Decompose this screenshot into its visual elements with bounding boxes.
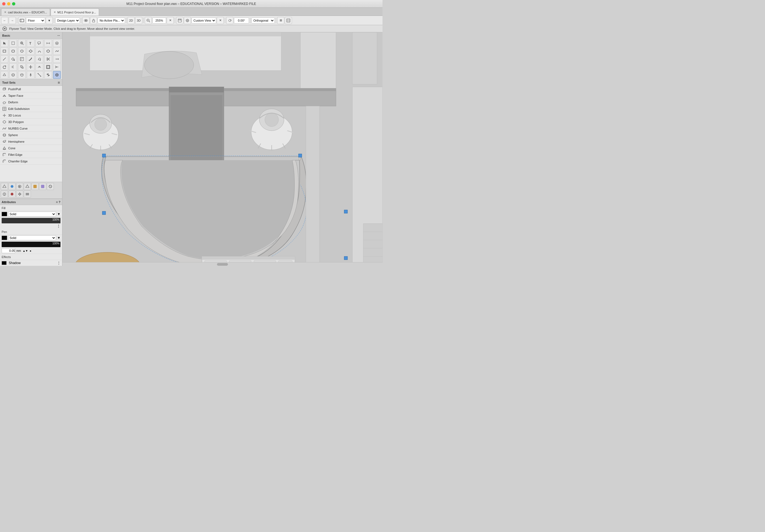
- fill-dropdown-icon[interactable]: ▼: [57, 212, 60, 216]
- view-center-tool[interactable]: [53, 71, 61, 79]
- tab-cad-blocks[interactable]: ✕ cad blocks.vwx – EDUCATI...: [1, 8, 50, 16]
- tool-3dpolygon[interactable]: 3D Polygon: [0, 119, 62, 125]
- eyedropper-tool[interactable]: [27, 55, 34, 63]
- align-tool[interactable]: [44, 71, 52, 79]
- maximize-button[interactable]: [12, 2, 15, 5]
- tool-chamferedge[interactable]: Chamfer Edge: [0, 158, 62, 164]
- shadow-color-swatch[interactable]: [2, 261, 7, 265]
- arc-tool[interactable]: [36, 47, 43, 55]
- dimensions-tool[interactable]: [44, 39, 52, 47]
- horizontal-scrollbar[interactable]: [62, 262, 382, 266]
- tab-close-icon-2[interactable]: ✕: [54, 11, 56, 14]
- render-renderworks[interactable]: [8, 190, 16, 198]
- zoom-out-button[interactable]: [145, 17, 152, 24]
- attributes-help[interactable]: ≡ ?: [56, 200, 60, 204]
- render-cloud[interactable]: [47, 183, 54, 190]
- diamond-tool[interactable]: [27, 47, 34, 55]
- render-extra[interactable]: [24, 190, 31, 198]
- scene-viewport[interactable]: [62, 32, 382, 266]
- zoom-tool[interactable]: [18, 39, 26, 47]
- pen-opacity-slider[interactable]: 100%: [2, 242, 60, 247]
- render-texture[interactable]: [39, 183, 46, 190]
- reshape-tool[interactable]: [36, 63, 43, 71]
- mirror-tool[interactable]: [9, 63, 17, 71]
- paint-bucket-tool[interactable]: [36, 55, 43, 63]
- pen-width-picker[interactable]: ●: [30, 249, 31, 252]
- text-tool[interactable]: T: [27, 39, 34, 47]
- close-button[interactable]: [2, 2, 5, 5]
- lock-button[interactable]: [90, 17, 97, 24]
- flyover-tool[interactable]: [53, 39, 61, 47]
- pen-width-input[interactable]: 0.05: [2, 248, 15, 253]
- design-layer-select[interactable]: Design Layer...: [55, 18, 80, 24]
- view-select-options[interactable]: ✕: [217, 17, 224, 24]
- tool-sphere[interactable]: Sphere: [0, 132, 62, 138]
- pen-dropdown-icon[interactable]: ▼: [57, 236, 60, 240]
- minimize-button[interactable]: [7, 2, 10, 5]
- more-options-button[interactable]: [285, 17, 292, 24]
- fill-color-swatch[interactable]: [2, 212, 7, 216]
- tool-nurbscurve[interactable]: NURBS Curve: [0, 125, 62, 132]
- angle-input[interactable]: 0.00°: [234, 18, 249, 24]
- fill-tool[interactable]: [9, 55, 17, 63]
- layer-options-button[interactable]: ▼: [46, 17, 53, 24]
- tab-m11-project[interactable]: ✕ M11 Project Ground floor p...: [51, 8, 99, 16]
- tab-close-icon[interactable]: ✕: [4, 11, 6, 14]
- render-opengl[interactable]: [16, 183, 23, 190]
- basic-section-collapse[interactable]: ···: [57, 34, 60, 37]
- projection-select[interactable]: Orthogonal: [252, 18, 275, 24]
- custom-view-select[interactable]: Custom View: [192, 18, 216, 24]
- render-wireframe[interactable]: [1, 183, 8, 190]
- toggle-3d-button[interactable]: 3D: [135, 17, 142, 24]
- pen-color-swatch[interactable]: [2, 236, 7, 240]
- forward-button[interactable]: →: [9, 17, 16, 24]
- 3d-select-tool[interactable]: [1, 71, 8, 79]
- visibility-button[interactable]: [82, 17, 90, 24]
- tool-editsubdivision[interactable]: Edit Subdivision: [0, 106, 62, 112]
- selection-handle-tl[interactable]: [102, 154, 106, 157]
- render-shaded[interactable]: [31, 183, 39, 190]
- pencil-tool[interactable]: [1, 55, 8, 63]
- tool-cone[interactable]: Cone: [0, 145, 62, 151]
- rectangle-tool[interactable]: [1, 47, 8, 55]
- zoom-clear-button[interactable]: ✕: [167, 17, 174, 24]
- callout-tool[interactable]: [36, 39, 43, 47]
- fill-options-icon[interactable]: ⋮: [57, 224, 60, 228]
- rectangular-select-tool[interactable]: [9, 39, 17, 47]
- tool-filletedge[interactable]: Fillet Edge: [0, 151, 62, 158]
- active-plan-select[interactable]: No Active Pla...: [98, 18, 125, 24]
- scissors-tool[interactable]: [44, 55, 52, 63]
- render-paintball[interactable]: [1, 190, 8, 198]
- arrow-tool[interactable]: [53, 55, 61, 63]
- selection-handle-br[interactable]: [344, 256, 348, 260]
- selection-handle-ml[interactable]: [102, 211, 106, 215]
- select-tool[interactable]: [1, 39, 8, 47]
- trim-tool[interactable]: [53, 63, 61, 71]
- hatch-tool[interactable]: [18, 55, 26, 63]
- measure-tool[interactable]: [36, 71, 43, 79]
- freehand-tool[interactable]: [53, 47, 61, 55]
- toggle-2d-button[interactable]: 2D: [128, 17, 135, 24]
- tool-sets-menu[interactable]: ≡: [58, 80, 60, 85]
- render-options-button[interactable]: [176, 17, 183, 24]
- extra-options-button[interactable]: ⊞: [277, 17, 284, 24]
- shadow-options[interactable]: ⋮: [57, 261, 60, 265]
- rotate-button[interactable]: [226, 17, 233, 24]
- scrollbar-thumb[interactable]: [217, 263, 228, 266]
- selection-handle-tr[interactable]: [299, 154, 302, 157]
- 3d-flyover-tool[interactable]: [9, 71, 17, 79]
- tool-taperface[interactable]: Taper Face: [0, 93, 62, 99]
- move-tool[interactable]: [27, 63, 34, 71]
- fill-style-select[interactable]: Solid: [8, 212, 56, 216]
- tool-3dlocus[interactable]: 3D Locus: [0, 112, 62, 119]
- tool-hemisphere[interactable]: Hemisphere: [0, 138, 62, 145]
- render-solid[interactable]: [8, 183, 16, 190]
- fill-opacity-slider[interactable]: 100%: [2, 218, 60, 223]
- rounded-rect-tool[interactable]: [9, 47, 17, 55]
- classes-button[interactable]: [18, 17, 25, 24]
- offset-tool[interactable]: [44, 63, 52, 71]
- view-options-button[interactable]: [184, 17, 191, 24]
- render-hidden-line[interactable]: [24, 183, 31, 190]
- pen-style-select[interactable]: Solid: [8, 235, 56, 240]
- oval-tool[interactable]: [18, 47, 26, 55]
